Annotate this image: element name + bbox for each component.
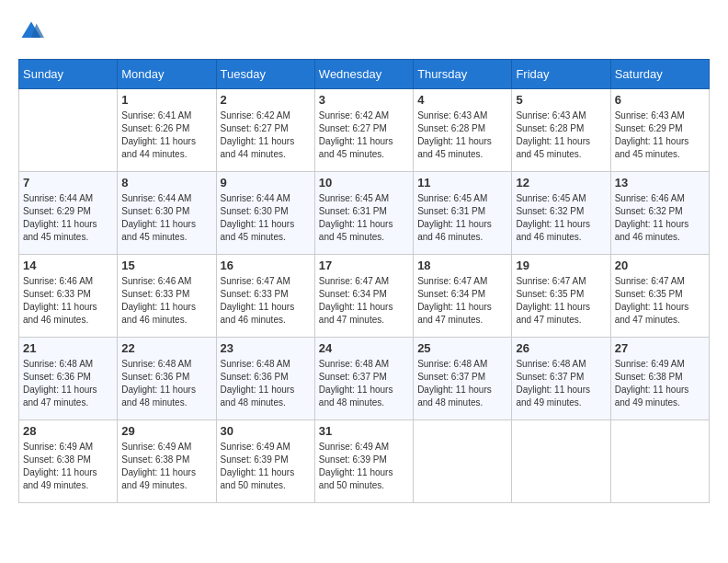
day-info: Sunrise: 6:46 AMSunset: 6:33 PMDaylight:… <box>121 275 211 327</box>
day-number: 2 <box>221 93 311 107</box>
day-number: 8 <box>121 176 211 190</box>
calendar-day-cell: 9Sunrise: 6:44 AMSunset: 6:30 PMDaylight… <box>216 172 314 255</box>
day-info: Sunrise: 6:49 AMSunset: 6:38 PMDaylight:… <box>23 441 113 492</box>
day-number: 25 <box>417 341 507 355</box>
day-info: Sunrise: 6:45 AMSunset: 6:31 PMDaylight:… <box>417 192 507 244</box>
day-info: Sunrise: 6:47 AMSunset: 6:34 PMDaylight:… <box>319 275 409 327</box>
day-number: 15 <box>121 259 211 272</box>
day-number: 3 <box>319 93 409 107</box>
day-number: 22 <box>121 341 211 355</box>
day-info: Sunrise: 6:42 AMSunset: 6:27 PMDaylight:… <box>319 109 409 161</box>
calendar-week-row: 7Sunrise: 6:44 AMSunset: 6:29 PMDaylight… <box>19 172 710 255</box>
calendar-day-cell: 12Sunrise: 6:45 AMSunset: 6:32 PMDayligh… <box>512 172 610 255</box>
calendar-day-cell: 30Sunrise: 6:49 AMSunset: 6:39 PMDayligh… <box>216 420 314 503</box>
day-number: 5 <box>516 93 606 107</box>
calendar-week-row: 1Sunrise: 6:41 AMSunset: 6:26 PMDaylight… <box>19 89 710 172</box>
day-info: Sunrise: 6:47 AMSunset: 6:34 PMDaylight:… <box>417 275 507 327</box>
page-header <box>18 18 710 44</box>
calendar-day-cell: 2Sunrise: 6:42 AMSunset: 6:27 PMDaylight… <box>216 89 314 172</box>
day-info: Sunrise: 6:49 AMSunset: 6:39 PMDaylight:… <box>221 441 311 492</box>
day-info: Sunrise: 6:47 AMSunset: 6:33 PMDaylight:… <box>221 275 311 327</box>
day-number: 29 <box>121 424 211 438</box>
day-info: Sunrise: 6:44 AMSunset: 6:30 PMDaylight:… <box>221 192 311 244</box>
day-number: 13 <box>615 176 705 190</box>
day-info: Sunrise: 6:48 AMSunset: 6:36 PMDaylight:… <box>221 358 311 409</box>
day-number: 19 <box>516 259 606 272</box>
calendar-day-cell: 19Sunrise: 6:47 AMSunset: 6:35 PMDayligh… <box>512 255 610 338</box>
day-number: 31 <box>319 424 409 438</box>
day-number: 26 <box>516 341 606 355</box>
calendar-day-cell: 18Sunrise: 6:47 AMSunset: 6:34 PMDayligh… <box>414 255 512 338</box>
day-number: 30 <box>221 424 311 438</box>
day-number: 17 <box>319 259 409 272</box>
calendar-day-cell: 23Sunrise: 6:48 AMSunset: 6:36 PMDayligh… <box>216 338 314 420</box>
day-info: Sunrise: 6:43 AMSunset: 6:28 PMDaylight:… <box>516 109 606 161</box>
calendar-week-row: 28Sunrise: 6:49 AMSunset: 6:38 PMDayligh… <box>19 420 710 503</box>
calendar-day-cell: 31Sunrise: 6:49 AMSunset: 6:39 PMDayligh… <box>314 420 413 503</box>
logo-icon <box>18 18 44 44</box>
day-info: Sunrise: 6:45 AMSunset: 6:32 PMDaylight:… <box>516 192 606 244</box>
day-info: Sunrise: 6:48 AMSunset: 6:37 PMDaylight:… <box>417 358 507 409</box>
day-info: Sunrise: 6:47 AMSunset: 6:35 PMDaylight:… <box>516 275 606 327</box>
day-info: Sunrise: 6:48 AMSunset: 6:37 PMDaylight:… <box>319 358 409 409</box>
day-number: 21 <box>23 341 113 355</box>
calendar-day-cell: 17Sunrise: 6:47 AMSunset: 6:34 PMDayligh… <box>314 255 413 338</box>
day-header: Saturday <box>610 60 709 89</box>
calendar-day-cell: 26Sunrise: 6:48 AMSunset: 6:37 PMDayligh… <box>512 338 610 420</box>
day-number: 27 <box>615 341 705 355</box>
day-info: Sunrise: 6:46 AMSunset: 6:33 PMDaylight:… <box>23 275 113 327</box>
calendar-day-cell: 3Sunrise: 6:42 AMSunset: 6:27 PMDaylight… <box>314 89 413 172</box>
calendar-day-cell: 5Sunrise: 6:43 AMSunset: 6:28 PMDaylight… <box>512 89 610 172</box>
day-number: 14 <box>23 259 113 272</box>
calendar-day-cell: 24Sunrise: 6:48 AMSunset: 6:37 PMDayligh… <box>314 338 413 420</box>
day-info: Sunrise: 6:41 AMSunset: 6:26 PMDaylight:… <box>121 109 211 161</box>
calendar-day-cell <box>610 420 709 503</box>
calendar-day-cell: 14Sunrise: 6:46 AMSunset: 6:33 PMDayligh… <box>19 255 118 338</box>
day-number: 4 <box>417 93 507 107</box>
day-number: 7 <box>23 176 113 190</box>
day-info: Sunrise: 6:49 AMSunset: 6:38 PMDaylight:… <box>121 441 211 492</box>
day-info: Sunrise: 6:48 AMSunset: 6:36 PMDaylight:… <box>121 358 211 409</box>
day-info: Sunrise: 6:44 AMSunset: 6:30 PMDaylight:… <box>121 192 211 244</box>
day-header: Tuesday <box>216 60 314 89</box>
day-number: 28 <box>23 424 113 438</box>
calendar-day-cell: 8Sunrise: 6:44 AMSunset: 6:30 PMDaylight… <box>118 172 216 255</box>
calendar-day-cell: 27Sunrise: 6:49 AMSunset: 6:38 PMDayligh… <box>610 338 709 420</box>
logo <box>18 18 48 44</box>
day-info: Sunrise: 6:48 AMSunset: 6:36 PMDaylight:… <box>23 358 113 409</box>
calendar-week-row: 14Sunrise: 6:46 AMSunset: 6:33 PMDayligh… <box>19 255 710 338</box>
day-info: Sunrise: 6:44 AMSunset: 6:29 PMDaylight:… <box>23 192 113 244</box>
day-number: 11 <box>417 176 507 190</box>
calendar-day-cell: 22Sunrise: 6:48 AMSunset: 6:36 PMDayligh… <box>118 338 216 420</box>
calendar-day-cell: 6Sunrise: 6:43 AMSunset: 6:29 PMDaylight… <box>610 89 709 172</box>
day-number: 24 <box>319 341 409 355</box>
day-number: 18 <box>417 259 507 272</box>
calendar-day-cell <box>19 89 118 172</box>
calendar-day-cell: 15Sunrise: 6:46 AMSunset: 6:33 PMDayligh… <box>118 255 216 338</box>
day-info: Sunrise: 6:43 AMSunset: 6:28 PMDaylight:… <box>417 109 507 161</box>
day-info: Sunrise: 6:49 AMSunset: 6:38 PMDaylight:… <box>615 358 705 409</box>
calendar-day-cell: 13Sunrise: 6:46 AMSunset: 6:32 PMDayligh… <box>610 172 709 255</box>
day-number: 16 <box>221 259 311 272</box>
day-header: Friday <box>512 60 610 89</box>
calendar-day-cell: 7Sunrise: 6:44 AMSunset: 6:29 PMDaylight… <box>19 172 118 255</box>
day-info: Sunrise: 6:47 AMSunset: 6:35 PMDaylight:… <box>615 275 705 327</box>
calendar-day-cell: 25Sunrise: 6:48 AMSunset: 6:37 PMDayligh… <box>414 338 512 420</box>
day-number: 12 <box>516 176 606 190</box>
day-info: Sunrise: 6:45 AMSunset: 6:31 PMDaylight:… <box>319 192 409 244</box>
day-header: Monday <box>118 60 216 89</box>
calendar-day-cell: 10Sunrise: 6:45 AMSunset: 6:31 PMDayligh… <box>314 172 413 255</box>
calendar-day-cell: 28Sunrise: 6:49 AMSunset: 6:38 PMDayligh… <box>19 420 118 503</box>
calendar-day-cell: 4Sunrise: 6:43 AMSunset: 6:28 PMDaylight… <box>414 89 512 172</box>
day-info: Sunrise: 6:48 AMSunset: 6:37 PMDaylight:… <box>516 358 606 409</box>
day-number: 20 <box>615 259 705 272</box>
day-header: Wednesday <box>314 60 413 89</box>
calendar-day-cell: 16Sunrise: 6:47 AMSunset: 6:33 PMDayligh… <box>216 255 314 338</box>
calendar-day-cell: 11Sunrise: 6:45 AMSunset: 6:31 PMDayligh… <box>414 172 512 255</box>
calendar-day-cell <box>414 420 512 503</box>
calendar-week-row: 21Sunrise: 6:48 AMSunset: 6:36 PMDayligh… <box>19 338 710 420</box>
calendar-day-cell: 1Sunrise: 6:41 AMSunset: 6:26 PMDaylight… <box>118 89 216 172</box>
calendar-table: SundayMondayTuesdayWednesdayThursdayFrid… <box>18 59 710 503</box>
day-info: Sunrise: 6:42 AMSunset: 6:27 PMDaylight:… <box>221 109 311 161</box>
calendar-day-cell <box>512 420 610 503</box>
